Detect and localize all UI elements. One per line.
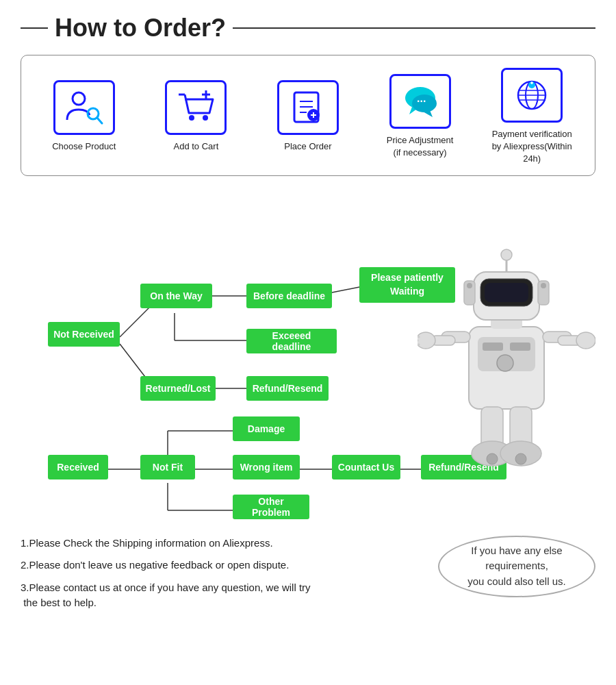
svg-point-60 <box>418 332 435 349</box>
svg-line-2 <box>97 118 102 123</box>
step-label-price-adjustment: Price Adjustment(if necessary) <box>387 134 454 159</box>
svg-point-66 <box>576 332 595 349</box>
svg-point-47 <box>497 355 513 371</box>
page-header: How to Order? <box>21 14 595 42</box>
svg-point-72 <box>515 453 526 464</box>
step-choose-product: Choose Product <box>36 80 132 153</box>
node-wrong-item: Wrong item <box>233 455 300 480</box>
page-title: How to Order? <box>48 14 233 42</box>
node-damage: Damage <box>233 416 300 441</box>
svg-point-53 <box>467 283 472 288</box>
person-search-icon <box>64 89 105 127</box>
node-not-fit: Not Fit <box>140 455 195 480</box>
step-label-payment-verification: Payment verificationby Aliexpress(Within… <box>484 128 580 166</box>
flowchart-section: Not Received On the Way Before deadline … <box>21 200 595 515</box>
note-bubble: If you have any else requirements,you co… <box>438 536 595 597</box>
svg-rect-45 <box>483 342 503 351</box>
node-contact-us: Countact Us <box>332 455 400 480</box>
svg-point-5 <box>203 115 208 121</box>
step-payment-verification: Payment verificationby Aliexpress(Within… <box>484 68 580 166</box>
robot-svg <box>418 221 595 508</box>
node-received: Received <box>48 455 108 480</box>
step-label-place-order: Place Order <box>284 140 331 153</box>
svg-point-4 <box>189 115 194 121</box>
node-on-the-way: On the Way <box>140 284 212 308</box>
step-label-add-to-cart: Add to Cart <box>174 140 219 153</box>
document-icon <box>287 89 329 127</box>
step-icon-box-place-order <box>277 80 339 135</box>
node-returned-lost: Returned/Lost <box>140 376 216 401</box>
step-icon-box-payment-verification <box>501 68 563 123</box>
node-not-received: Not Received <box>48 322 120 347</box>
step-price-adjustment: ... Price Adjustment(if necessary) <box>372 74 468 159</box>
node-exceed-deadline: Exceeed deadline <box>246 329 337 353</box>
robot-illustration <box>418 221 595 495</box>
notes-list: 1.Please Check the Shipping information … <box>21 536 424 618</box>
steps-container: Choose Product Add to Cart <box>21 55 595 176</box>
step-icon-box-choose-product <box>53 80 115 135</box>
note-1: 1.Please Check the Shipping information … <box>21 536 424 551</box>
cart-icon <box>175 89 216 127</box>
svg-text:...: ... <box>417 92 426 104</box>
header-line-right <box>233 27 595 29</box>
header-line-left <box>21 27 48 29</box>
node-before-deadline: Before deadline <box>246 284 332 308</box>
svg-point-71 <box>487 453 498 464</box>
note-2: 2.Please don't leave us negative feedbac… <box>21 558 424 573</box>
step-label-choose-product: Choose Product <box>52 140 116 153</box>
globe-icon <box>511 77 552 114</box>
svg-point-55 <box>541 283 546 288</box>
svg-point-57 <box>501 249 512 260</box>
notes-section: 1.Please Check the Shipping information … <box>21 536 595 618</box>
node-refund-resend-1: Refund/Resend <box>246 376 329 401</box>
step-icon-box-price-adjustment: ... <box>389 74 451 129</box>
svg-rect-51 <box>485 283 528 302</box>
step-icon-box-add-to-cart <box>165 80 227 135</box>
step-add-to-cart: Add to Cart <box>148 80 244 153</box>
node-other-problem: Other Problem <box>233 495 309 519</box>
step-place-order: Place Order <box>260 80 356 153</box>
note-3: 3.Please contact us at once if you have … <box>21 580 424 611</box>
chat-icon: ... <box>400 83 441 121</box>
svg-rect-46 <box>510 342 530 351</box>
svg-point-0 <box>73 92 85 105</box>
